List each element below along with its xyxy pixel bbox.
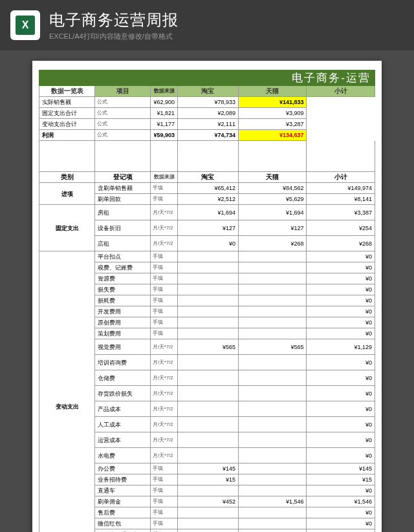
- cell-source: 手填: [151, 194, 178, 205]
- cell-subtotal: ¥0: [307, 370, 375, 386]
- cell-tmall: [238, 507, 307, 518]
- cell-tmall: [238, 529, 307, 533]
- cell-item: 变动支出合计: [39, 119, 95, 130]
- cell-tmall: [238, 432, 307, 448]
- cell-source: 手填: [151, 284, 178, 295]
- cell-taobao: [178, 251, 239, 262]
- cell-taobao: ¥0: [178, 236, 239, 251]
- cell-tmall: [238, 401, 307, 417]
- table-row: 进项含刷单销售额手填¥65,412¥84,562¥149,974: [39, 183, 375, 194]
- cell-item: 人工成本: [95, 417, 151, 432]
- cell-subtotal: ¥0: [307, 485, 375, 496]
- cell-item: 利润: [39, 130, 95, 141]
- cell-item: 设备折旧: [95, 220, 151, 236]
- col-entry: 登记项: [95, 172, 151, 183]
- cell-source: 月/天*7/2: [151, 236, 178, 251]
- cell-tmall: [238, 295, 307, 306]
- cell-item: 运营成本: [95, 432, 151, 448]
- cell-source: 月/天*7/2: [151, 220, 178, 236]
- cell-subtotal: ¥3,909: [238, 108, 307, 119]
- cell-source: 手填: [151, 251, 178, 262]
- cell-tmall: [238, 463, 307, 474]
- section-label: 固定支出: [39, 205, 95, 251]
- col-tmall2: 天猫: [238, 172, 307, 183]
- page-background: 电子商务-运营 数据一览表 项目 数据来源 淘宝 天猫 小计 实际销售额公式¥6…: [0, 50, 414, 532]
- cell-taobao: ¥2,512: [178, 194, 239, 205]
- cell-item: 水电费: [95, 448, 151, 463]
- cell-item: 开发费用: [95, 306, 151, 317]
- cell-taobao: ¥452: [178, 496, 239, 507]
- cell-item: 办公费: [95, 463, 151, 474]
- cell-tmall: ¥268: [238, 236, 307, 251]
- cell-source: 公式: [95, 119, 151, 130]
- cell-source: 月/天*7/2: [151, 370, 178, 386]
- cell-taobao: ¥59,903: [151, 130, 178, 141]
- cell-taobao: [178, 448, 239, 463]
- table-row: 固定支出合计公式¥1,821¥2,089¥3,909: [39, 108, 375, 119]
- cell-tmall: [238, 417, 307, 432]
- cell-subtotal: ¥1,129: [307, 339, 375, 355]
- cell-source: 公式: [95, 130, 151, 141]
- cell-item: 售后费: [95, 507, 151, 518]
- cell-tmall: [238, 273, 307, 284]
- cell-subtotal: ¥149,974: [307, 183, 375, 194]
- cell-item: 实际销售额: [39, 97, 95, 108]
- cell-taobao: [178, 262, 239, 273]
- cell-item: 业务招待费: [95, 474, 151, 485]
- cell-item: 培训咨询费: [95, 355, 151, 370]
- cell-item: 房租: [95, 205, 151, 220]
- cell-subtotal: ¥0: [307, 273, 375, 284]
- cell-item: 刷单佣金: [95, 496, 151, 507]
- cell-item: 微信红包: [95, 518, 151, 529]
- cell-taobao: [178, 518, 239, 529]
- cell-taobao: [178, 317, 239, 328]
- cell-source: 月/天*7/2: [151, 401, 178, 417]
- section-label: 变动支出: [39, 251, 95, 533]
- cell-subtotal: ¥0: [307, 386, 375, 401]
- cell-source: 公式: [95, 97, 151, 108]
- cell-item: 存货跌价损失: [95, 386, 151, 401]
- cell-subtotal: ¥3,287: [238, 119, 307, 130]
- cell-item: 税费、记账费: [95, 262, 151, 273]
- cell-subtotal: ¥141,833: [238, 97, 307, 108]
- cell-subtotal: ¥0: [307, 529, 375, 533]
- cell-taobao: [178, 401, 239, 417]
- cell-subtotal: ¥0: [307, 507, 375, 518]
- cell-tmall: [238, 370, 307, 386]
- cell-source: 手填: [151, 485, 178, 496]
- page-subtitle: EXCEL/A4打印/内容随意修改/自带格式: [49, 32, 179, 41]
- cell-taobao: [178, 485, 239, 496]
- cell-taobao: [178, 273, 239, 284]
- cell-subtotal: ¥268: [307, 236, 375, 251]
- section-label: 进项: [39, 183, 95, 205]
- cell-tmall: [238, 328, 307, 339]
- cell-taobao: [178, 295, 239, 306]
- cell-source: 手填: [151, 295, 178, 306]
- cell-tmall: ¥1,694: [238, 205, 307, 220]
- cell-taobao: ¥565: [178, 339, 239, 355]
- cell-tmall: ¥127: [238, 220, 307, 236]
- table-row: 变动支出平台扣点手填¥0: [39, 251, 375, 262]
- cell-taobao: [178, 306, 239, 317]
- cell-taobao: ¥127: [178, 220, 239, 236]
- cell-subtotal: ¥0: [307, 518, 375, 529]
- cell-taobao: ¥145: [178, 463, 239, 474]
- cell-item: 损失费: [95, 284, 151, 295]
- cell-taobao: [178, 507, 239, 518]
- cell-source: 月/天*7/2: [151, 205, 178, 220]
- cell-item: 软件费、手机充值: [95, 529, 151, 533]
- cell-source: 手填: [151, 474, 178, 485]
- cell-taobao: ¥15: [178, 474, 239, 485]
- col-category: 类别: [39, 172, 95, 183]
- cell-source: 手填: [151, 328, 178, 339]
- mid-header-row: 类别 登记项 数据来源 淘宝 天猫 小计: [39, 172, 375, 183]
- cell-taobao: [178, 529, 239, 533]
- cell-item: 含刷单销售额: [95, 183, 151, 194]
- cell-tmall: [238, 262, 307, 273]
- cell-item: 店租: [95, 236, 151, 251]
- col-tmall: 天猫: [238, 86, 307, 97]
- cell-item: 损耗费: [95, 295, 151, 306]
- cell-tmall: [238, 474, 307, 485]
- col-item: 项目: [95, 86, 151, 97]
- cell-source: 手填: [151, 507, 178, 518]
